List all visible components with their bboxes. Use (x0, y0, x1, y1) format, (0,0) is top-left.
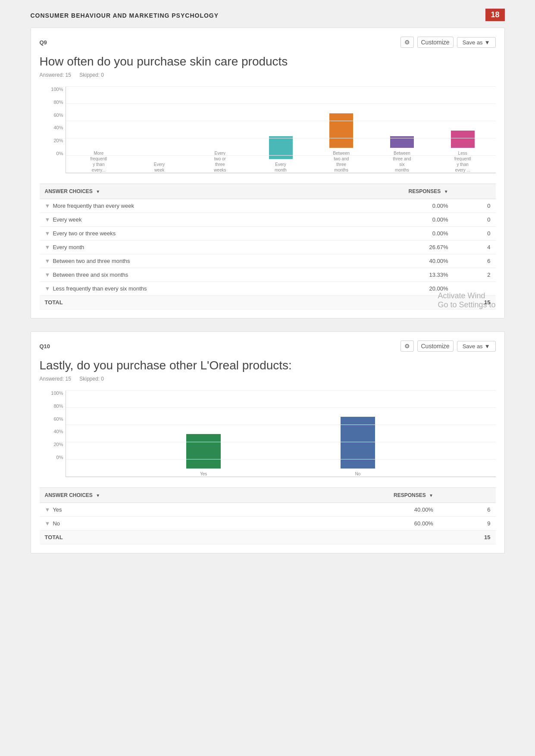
q10-chart-body: YesNo (66, 390, 496, 477)
table-row: ▼Every month 26.67% 4 (40, 241, 496, 254)
row-count: 2 (454, 268, 496, 282)
page-number: 18 (485, 9, 504, 21)
q10-header: Q10 ⚙ Customize Save as ▼ (40, 341, 496, 352)
row-arrow-icon[interactable]: ▼ (45, 285, 50, 292)
row-pct: 26.67% (326, 241, 453, 254)
table-row: ▼Between two and three months 40.00% 6 (40, 254, 496, 268)
total-row: TOTAL 15 (40, 296, 496, 309)
row-label: ▼Yes (40, 503, 266, 517)
total-label: TOTAL (40, 531, 266, 544)
q9-question: How often do you purchase skin care prod… (40, 55, 496, 69)
total-count: 15 (454, 296, 496, 309)
q9-card: Q9 ⚙ Customize Save as ▼ How often do yo… (31, 28, 505, 319)
row-pct: 40.00% (326, 254, 453, 268)
q10-table-wrapper: ANSWER CHOICES ▼ RESPONSES ▼ ▼Yes 40.00%… (40, 487, 496, 544)
q9-label: Q9 (40, 39, 47, 46)
q10-save-arrow-icon: ▼ (485, 343, 490, 350)
q9-table-wrapper: ANSWER CHOICES ▼ RESPONSES ▼ ▼More frequ… (40, 184, 496, 309)
table-row: ▼Every week 0.00% 0 (40, 213, 496, 227)
q9-chart: 0% 20% 40% 60% 80% 100% More frequentl y… (40, 87, 496, 173)
row-pct: 40.00% (266, 503, 438, 517)
row-label: ▼Every week (40, 213, 326, 227)
q10-actions: ⚙ Customize Save as ▼ (400, 341, 496, 352)
q9-grid (66, 87, 496, 173)
q10-col-choices: ANSWER CHOICES ▼ (40, 488, 266, 503)
row-arrow-icon[interactable]: ▼ (45, 520, 50, 527)
q10-stats: Answered: 15 Skipped: 0 (40, 376, 496, 382)
q9-header: Q9 ⚙ Customize Save as ▼ (40, 37, 496, 48)
q10-question: Lastly, do you purchase other L'Oreal pr… (40, 359, 496, 372)
q9-actions: ⚙ Customize Save as ▼ (400, 37, 496, 48)
q9-table: ANSWER CHOICES ▼ RESPONSES ▼ ▼More frequ… (40, 184, 496, 309)
row-pct: 0.00% (326, 199, 453, 213)
q9-sort-responses-icon[interactable]: ▼ (444, 189, 448, 194)
q9-y-axis: 0% 20% 40% 60% 80% 100% (40, 87, 63, 156)
row-arrow-icon[interactable]: ▼ (45, 230, 50, 237)
page-title: CONSUMER BEHAVIOUR AND MARKETING PSYCHOL… (31, 9, 505, 19)
row-count: 6 (454, 254, 496, 268)
row-pct: 0.00% (326, 227, 453, 241)
q10-col-count (438, 488, 496, 503)
row-label: ▼More frequently than every week (40, 199, 326, 213)
table-row: ▼No 60.00% 9 (40, 517, 496, 531)
q10-card: Q10 ⚙ Customize Save as ▼ Lastly, do you… (31, 331, 505, 553)
q9-col-choices: ANSWER CHOICES ▼ (40, 184, 326, 199)
table-row: ▼More frequently than every week 0.00% 0 (40, 199, 496, 213)
table-row: ▼Less frequently than every six months 2… (40, 282, 496, 296)
q9-save-arrow-icon: ▼ (485, 39, 490, 46)
q9-col-count (454, 184, 496, 199)
q10-settings-button[interactable]: ⚙ (400, 341, 414, 352)
q9-customize-button[interactable]: Customize (417, 37, 454, 48)
q10-grid (66, 390, 496, 477)
total-pct (266, 531, 438, 544)
q9-settings-button[interactable]: ⚙ (400, 37, 414, 48)
row-count: 0 (454, 199, 496, 213)
q10-customize-button[interactable]: Customize (417, 341, 454, 352)
table-row: ▼Yes 40.00% 6 (40, 503, 496, 517)
row-arrow-icon[interactable]: ▼ (45, 272, 50, 278)
row-arrow-icon[interactable]: ▼ (45, 244, 50, 250)
page: 18 CONSUMER BEHAVIOUR AND MARKETING PSYC… (31, 9, 505, 566)
q9-sort-choices-icon[interactable]: ▼ (96, 189, 100, 194)
row-count: 9 (438, 517, 496, 531)
table-row: ▼Between three and six months 13.33% 2 (40, 268, 496, 282)
row-count (454, 282, 496, 296)
q10-answered: Answered: 15 (40, 376, 71, 382)
total-pct (326, 296, 453, 309)
total-label: TOTAL (40, 296, 326, 309)
row-label: ▼Every two or three weeks (40, 227, 326, 241)
total-row: TOTAL 15 (40, 531, 496, 544)
row-pct: 0.00% (326, 213, 453, 227)
row-label: ▼No (40, 517, 266, 531)
row-count: 6 (438, 503, 496, 517)
row-count: 0 (454, 213, 496, 227)
row-count: 4 (454, 241, 496, 254)
q9-col-responses: RESPONSES ▼ (326, 184, 453, 199)
q10-y-axis: 0% 20% 40% 60% 80% 100% (40, 390, 63, 460)
q10-sort-responses-icon[interactable]: ▼ (429, 493, 433, 498)
row-arrow-icon[interactable]: ▼ (45, 203, 50, 209)
row-arrow-icon[interactable]: ▼ (45, 506, 50, 513)
row-count: 0 (454, 227, 496, 241)
row-arrow-icon[interactable]: ▼ (45, 258, 50, 264)
q9-save-button[interactable]: Save as ▼ (457, 37, 496, 48)
q9-chart-body: More frequentl y than every...Every week… (66, 87, 496, 173)
q10-col-responses: RESPONSES ▼ (266, 488, 438, 503)
q10-label: Q10 (40, 343, 50, 350)
q9-stats: Answered: 15 Skipped: 0 (40, 72, 496, 78)
row-label: ▼Every month (40, 241, 326, 254)
row-label: ▼Between two and three months (40, 254, 326, 268)
q10-sort-choices-icon[interactable]: ▼ (96, 493, 100, 498)
q10-chart: 0% 20% 40% 60% 80% 100% YesNo (40, 390, 496, 477)
row-label: ▼Between three and six months (40, 268, 326, 282)
row-label: ▼Less frequently than every six months (40, 282, 326, 296)
q10-save-button[interactable]: Save as ▼ (457, 341, 496, 352)
row-pct: 13.33% (326, 268, 453, 282)
row-pct: 20.00% (326, 282, 453, 296)
row-arrow-icon[interactable]: ▼ (45, 216, 50, 223)
q10-skipped: Skipped: 0 (79, 376, 104, 382)
total-count: 15 (438, 531, 496, 544)
q9-answered: Answered: 15 (40, 72, 71, 78)
q9-skipped: Skipped: 0 (79, 72, 104, 78)
row-pct: 60.00% (266, 517, 438, 531)
